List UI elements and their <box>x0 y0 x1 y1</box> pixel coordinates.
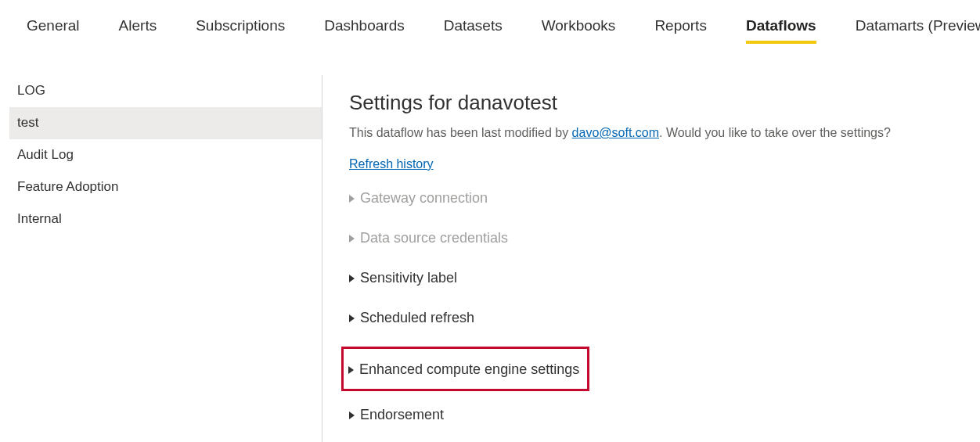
caret-right-icon <box>349 314 357 322</box>
caret-right-icon <box>349 411 357 419</box>
tab-general[interactable]: General <box>27 17 80 41</box>
svg-marker-3 <box>349 314 355 322</box>
sidebar-item-internal[interactable]: Internal <box>9 203 322 235</box>
section-label: Data source credentials <box>360 230 508 246</box>
caret-right-icon <box>349 195 357 203</box>
sidebar-item-log[interactable]: LOG <box>9 75 322 107</box>
top-tabs: General Alerts Subscriptions Dashboards … <box>0 0 980 44</box>
modified-by-email-link[interactable]: davo@soft.com <box>572 126 659 139</box>
section-endorsement[interactable]: Endorsement <box>349 407 980 423</box>
tab-datamarts-preview[interactable]: Datamarts (Preview) <box>856 17 980 41</box>
tab-workbooks[interactable]: Workbooks <box>542 17 616 41</box>
svg-marker-5 <box>349 411 355 419</box>
svg-marker-0 <box>349 195 355 203</box>
tab-reports[interactable]: Reports <box>654 17 707 41</box>
tab-alerts[interactable]: Alerts <box>119 17 157 41</box>
section-sensitivity-label[interactable]: Sensitivity label <box>349 270 980 286</box>
section-label: Enhanced compute engine settings <box>359 361 579 378</box>
section-gateway-connection[interactable]: Gateway connection <box>349 190 980 207</box>
section-label: Endorsement <box>360 407 444 423</box>
sidebar-item-feature-adoption[interactable]: Feature Adoption <box>9 171 322 203</box>
tab-dashboards[interactable]: Dashboards <box>324 17 404 41</box>
subtext-prefix: This dataflow has been last modified by <box>349 126 572 139</box>
section-label: Sensitivity label <box>360 270 457 286</box>
svg-marker-2 <box>349 275 355 282</box>
sidebar-item-audit-log[interactable]: Audit Log <box>9 139 322 171</box>
svg-marker-4 <box>348 366 354 374</box>
subtext-suffix: . Would you like to take over the settin… <box>659 126 891 139</box>
refresh-history-link[interactable]: Refresh history <box>349 157 434 171</box>
caret-right-icon <box>349 235 357 243</box>
tab-dataflows[interactable]: Dataflows <box>746 17 816 44</box>
section-label: Gateway connection <box>360 190 488 207</box>
content-area: LOG test Audit Log Feature Adoption Inte… <box>0 75 980 442</box>
modified-by-text: This dataflow has been last modified by … <box>349 126 980 140</box>
section-data-source-credentials[interactable]: Data source credentials <box>349 230 980 246</box>
svg-marker-1 <box>349 235 355 243</box>
highlight-annotation: Enhanced compute engine settings <box>341 347 589 391</box>
page-title: Settings for danavotest <box>349 91 980 115</box>
tab-datasets[interactable]: Datasets <box>444 17 503 41</box>
tab-subscriptions[interactable]: Subscriptions <box>196 17 285 41</box>
main-panel: Settings for danavotest This dataflow ha… <box>322 75 980 442</box>
caret-right-icon <box>348 366 356 374</box>
sidebar-item-test[interactable]: test <box>9 107 322 139</box>
section-scheduled-refresh[interactable]: Scheduled refresh <box>349 310 980 326</box>
caret-right-icon <box>349 275 357 282</box>
section-label: Scheduled refresh <box>360 310 474 326</box>
sidebar: LOG test Audit Log Feature Adoption Inte… <box>0 75 322 442</box>
section-enhanced-compute-engine[interactable]: Enhanced compute engine settings <box>348 361 579 378</box>
